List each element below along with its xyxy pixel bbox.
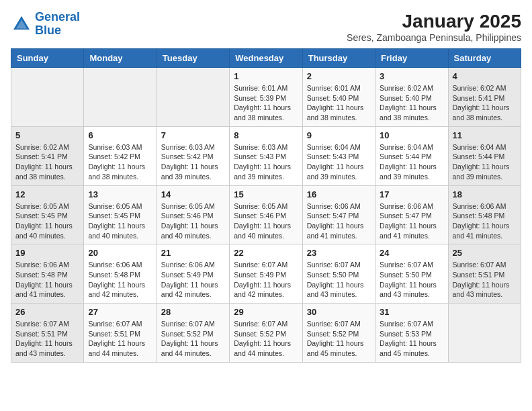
calendar-cell: 28Sunrise: 6:07 AM Sunset: 5:52 PM Dayli… [157,304,229,363]
calendar-cell: 9Sunrise: 6:04 AM Sunset: 5:43 PM Daylig… [302,126,375,185]
day-info: Sunrise: 6:03 AM Sunset: 5:43 PM Dayligh… [234,142,298,182]
day-number: 28 [161,307,225,317]
day-number: 19 [15,248,79,258]
day-info: Sunrise: 6:07 AM Sunset: 5:52 PM Dayligh… [161,319,225,359]
calendar-cell [448,304,521,363]
day-number: 22 [234,248,298,258]
calendar-cell: 7Sunrise: 6:03 AM Sunset: 5:42 PM Daylig… [157,126,229,185]
day-number: 13 [88,189,152,199]
day-info: Sunrise: 6:05 AM Sunset: 5:45 PM Dayligh… [88,201,152,241]
calendar-cell: 26Sunrise: 6:07 AM Sunset: 5:51 PM Dayli… [11,304,84,363]
day-info: Sunrise: 6:02 AM Sunset: 5:40 PM Dayligh… [380,83,443,123]
day-number: 25 [453,248,517,258]
calendar-cell [11,68,84,127]
calendar-week-4: 19Sunrise: 6:06 AM Sunset: 5:48 PM Dayli… [11,244,521,304]
calendar-cell: 4Sunrise: 6:02 AM Sunset: 5:41 PM Daylig… [448,68,521,127]
day-info: Sunrise: 6:06 AM Sunset: 5:48 PM Dayligh… [88,260,152,300]
calendar-week-2: 5Sunrise: 6:02 AM Sunset: 5:41 PM Daylig… [11,126,521,185]
day-number: 16 [307,189,371,199]
calendar-cell [157,68,229,127]
calendar-cell: 5Sunrise: 6:02 AM Sunset: 5:41 PM Daylig… [11,126,84,185]
calendar-cell: 1Sunrise: 6:01 AM Sunset: 5:39 PM Daylig… [230,68,302,127]
calendar-cell [84,68,157,127]
day-info: Sunrise: 6:02 AM Sunset: 5:41 PM Dayligh… [453,83,517,123]
calendar-cell: 15Sunrise: 6:05 AM Sunset: 5:46 PM Dayli… [230,185,302,244]
day-number: 1 [234,71,298,81]
calendar-cell: 14Sunrise: 6:05 AM Sunset: 5:46 PM Dayli… [157,185,229,244]
day-number: 20 [88,248,152,258]
day-info: Sunrise: 6:06 AM Sunset: 5:47 PM Dayligh… [380,201,443,241]
day-number: 27 [88,307,152,317]
day-number: 30 [307,307,371,317]
calendar-cell: 29Sunrise: 6:07 AM Sunset: 5:52 PM Dayli… [230,304,302,363]
calendar-week-3: 12Sunrise: 6:05 AM Sunset: 5:45 PM Dayli… [11,185,521,244]
weekday-sunday: Sunday [11,49,84,68]
calendar-cell: 3Sunrise: 6:02 AM Sunset: 5:40 PM Daylig… [375,68,448,127]
calendar-cell: 12Sunrise: 6:05 AM Sunset: 5:45 PM Dayli… [11,185,84,244]
day-info: Sunrise: 6:07 AM Sunset: 5:51 PM Dayligh… [88,319,152,359]
day-info: Sunrise: 6:05 AM Sunset: 5:46 PM Dayligh… [234,201,298,241]
weekday-friday: Friday [375,49,448,68]
calendar-cell: 31Sunrise: 6:07 AM Sunset: 5:53 PM Dayli… [375,304,448,363]
day-number: 10 [380,130,443,140]
weekday-saturday: Saturday [448,49,521,68]
day-info: Sunrise: 6:07 AM Sunset: 5:51 PM Dayligh… [15,319,79,359]
day-number: 18 [453,189,517,199]
day-info: Sunrise: 6:06 AM Sunset: 5:48 PM Dayligh… [15,260,79,300]
day-info: Sunrise: 6:04 AM Sunset: 5:43 PM Dayligh… [307,142,371,182]
day-number: 29 [234,307,298,317]
calendar-cell: 19Sunrise: 6:06 AM Sunset: 5:48 PM Dayli… [11,244,84,304]
day-number: 17 [380,189,443,199]
day-number: 23 [307,248,371,258]
day-number: 5 [15,130,79,140]
day-info: Sunrise: 6:07 AM Sunset: 5:50 PM Dayligh… [380,260,443,300]
day-info: Sunrise: 6:06 AM Sunset: 5:47 PM Dayligh… [307,201,371,241]
weekday-monday: Monday [84,49,157,68]
day-info: Sunrise: 6:07 AM Sunset: 5:52 PM Dayligh… [234,319,298,359]
calendar-body: 1Sunrise: 6:01 AM Sunset: 5:39 PM Daylig… [11,68,521,363]
calendar-cell: 27Sunrise: 6:07 AM Sunset: 5:51 PM Dayli… [84,304,157,363]
day-info: Sunrise: 6:01 AM Sunset: 5:40 PM Dayligh… [307,83,371,123]
calendar-subtitle: Seres, Zamboanga Peninsula, Philippines [347,32,521,43]
day-number: 21 [161,248,225,258]
calendar-cell: 30Sunrise: 6:07 AM Sunset: 5:52 PM Dayli… [302,304,375,363]
day-info: Sunrise: 6:04 AM Sunset: 5:44 PM Dayligh… [453,142,517,182]
calendar-title: January 2025 [347,11,521,32]
day-number: 3 [380,71,443,81]
calendar-cell: 10Sunrise: 6:04 AM Sunset: 5:44 PM Dayli… [375,126,448,185]
calendar-cell: 11Sunrise: 6:04 AM Sunset: 5:44 PM Dayli… [448,126,521,185]
day-info: Sunrise: 6:03 AM Sunset: 5:42 PM Dayligh… [88,142,152,182]
weekday-header-row: SundayMondayTuesdayWednesdayThursdayFrid… [11,49,521,68]
day-number: 11 [453,130,517,140]
day-number: 7 [161,130,225,140]
day-number: 15 [234,189,298,199]
day-number: 24 [380,248,443,258]
day-info: Sunrise: 6:02 AM Sunset: 5:41 PM Dayligh… [15,142,79,182]
calendar-week-5: 26Sunrise: 6:07 AM Sunset: 5:51 PM Dayli… [11,304,521,363]
day-number: 14 [161,189,225,199]
day-info: Sunrise: 6:07 AM Sunset: 5:53 PM Dayligh… [380,319,443,359]
logo-icon [11,13,32,35]
page-header: General Blue January 2025 Seres, Zamboan… [11,11,521,43]
calendar-cell: 22Sunrise: 6:07 AM Sunset: 5:49 PM Dayli… [230,244,302,304]
calendar-cell: 13Sunrise: 6:05 AM Sunset: 5:45 PM Dayli… [84,185,157,244]
day-number: 6 [88,130,152,140]
day-info: Sunrise: 6:01 AM Sunset: 5:39 PM Dayligh… [234,83,298,123]
day-number: 4 [453,71,517,81]
calendar-cell: 2Sunrise: 6:01 AM Sunset: 5:40 PM Daylig… [302,68,375,127]
weekday-wednesday: Wednesday [230,49,302,68]
calendar-cell: 17Sunrise: 6:06 AM Sunset: 5:47 PM Dayli… [375,185,448,244]
calendar-cell: 6Sunrise: 6:03 AM Sunset: 5:42 PM Daylig… [84,126,157,185]
calendar-cell: 8Sunrise: 6:03 AM Sunset: 5:43 PM Daylig… [230,126,302,185]
day-number: 2 [307,71,371,81]
day-number: 31 [380,307,443,317]
calendar-table: SundayMondayTuesdayWednesdayThursdayFrid… [11,48,521,363]
logo-line2: Blue [35,24,61,37]
day-info: Sunrise: 6:04 AM Sunset: 5:44 PM Dayligh… [380,142,443,182]
logo: General Blue [11,11,80,38]
day-info: Sunrise: 6:05 AM Sunset: 5:45 PM Dayligh… [15,201,79,241]
day-info: Sunrise: 6:07 AM Sunset: 5:52 PM Dayligh… [307,319,371,359]
day-info: Sunrise: 6:07 AM Sunset: 5:51 PM Dayligh… [453,260,517,300]
day-info: Sunrise: 6:03 AM Sunset: 5:42 PM Dayligh… [161,142,225,182]
calendar-cell: 16Sunrise: 6:06 AM Sunset: 5:47 PM Dayli… [302,185,375,244]
